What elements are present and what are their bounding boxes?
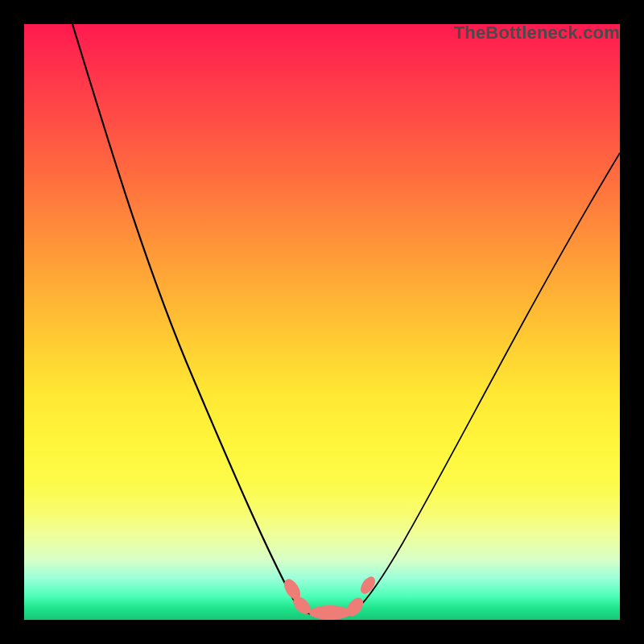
left-curve-path <box>72 24 300 610</box>
watermark-text: TheBottleneck.com <box>454 23 620 43</box>
chart-svg <box>24 24 620 620</box>
chart-frame: TheBottleneck.com <box>0 0 644 644</box>
marker-right-nub-upper <box>357 574 378 597</box>
right-curve-path <box>357 153 620 609</box>
markers-group <box>281 574 378 620</box>
curve-group <box>72 24 620 615</box>
marker-valley-blob <box>309 605 351 620</box>
